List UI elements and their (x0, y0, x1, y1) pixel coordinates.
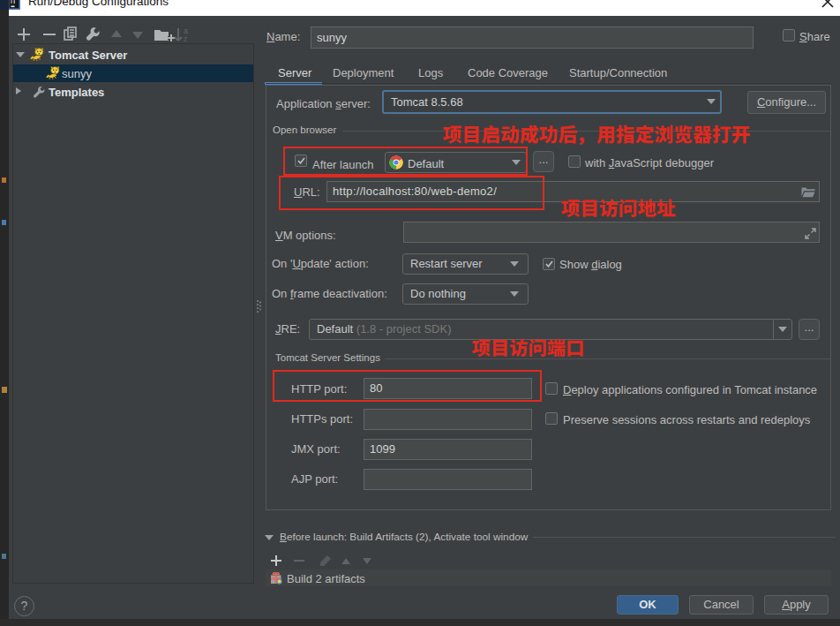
svg-text:z: z (184, 34, 188, 43)
